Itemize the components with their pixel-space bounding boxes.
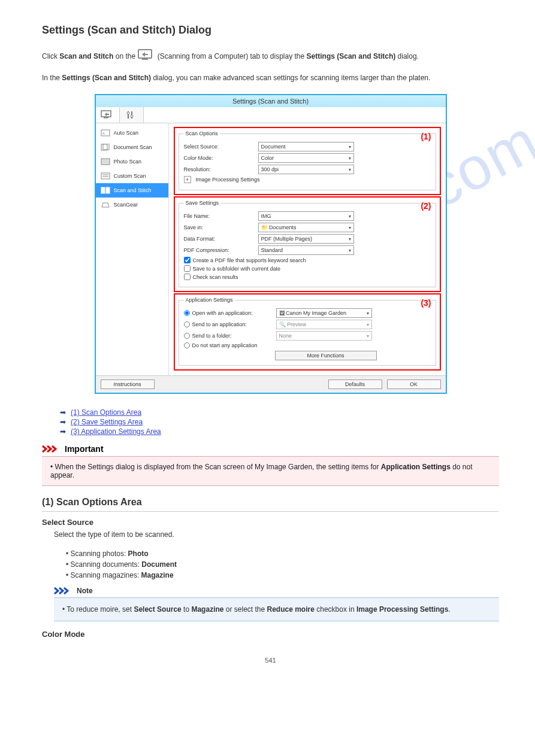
txt: (Scanning from a Computer) tab to displa… xyxy=(158,52,307,60)
note-chevron-icon xyxy=(54,587,74,595)
txt: To reduce moire, set xyxy=(67,605,134,614)
svg-rect-13 xyxy=(101,173,110,179)
svg-rect-16 xyxy=(101,187,105,193)
do-not-start-radio[interactable]: Do not start any application xyxy=(184,342,431,348)
link-text[interactable]: (2) Save Settings Area xyxy=(71,418,143,426)
field-desc: Select the type of item to be scanned. xyxy=(54,529,499,540)
send-to-folder-radio[interactable]: Send to a folder: xyxy=(184,333,274,339)
open-with-app-dropdown[interactable]: 🖼 Canon My Image Garden xyxy=(276,308,372,318)
val: IMG xyxy=(261,213,271,219)
color-mode-dropdown[interactable]: Color xyxy=(258,153,354,163)
expand-image-processing-button[interactable]: + xyxy=(184,176,191,183)
txt: Select Source xyxy=(134,605,181,614)
settings-dialog: Settings (Scan and Stitch) A Auto Scan xyxy=(95,94,447,394)
svg-rect-1 xyxy=(142,59,148,60)
important-chevron-icon xyxy=(42,445,62,453)
stitch-icon xyxy=(101,187,110,194)
txt: Settings (Scan and Stitch) xyxy=(62,74,151,82)
svg-point-7 xyxy=(131,115,133,117)
photo-scan-icon xyxy=(101,158,110,165)
open-with-app-radio[interactable]: Open with an application: xyxy=(184,310,274,316)
defaults-button[interactable]: Defaults xyxy=(328,379,382,389)
link-scan-options-area[interactable]: ➡ (1) Scan Options Area xyxy=(60,408,499,417)
sidebar-item-scangear[interactable]: ScanGear xyxy=(96,198,168,212)
txt: . xyxy=(448,605,450,614)
txt: Magazine xyxy=(191,605,223,614)
save-settings-area: (2) Save Settings File Name: IMG Save in… xyxy=(174,196,441,292)
application-settings-area: (3) Application Settings Open with an ap… xyxy=(174,293,441,371)
page-number: 541 xyxy=(42,657,499,664)
custom-scan-icon xyxy=(101,172,110,180)
document-scan-icon xyxy=(101,144,110,151)
arrow-right-icon: ➡ xyxy=(60,408,66,417)
link-text[interactable]: (1) Scan Options Area xyxy=(71,408,141,417)
send-to-app-radio[interactable]: Send to an application: xyxy=(184,321,274,327)
tab-general-settings[interactable] xyxy=(120,107,144,123)
txt: In the xyxy=(42,74,62,82)
ok-button[interactable]: OK xyxy=(387,379,441,389)
send-to-folder-dropdown[interactable]: None xyxy=(276,331,372,341)
checkbox-input[interactable] xyxy=(184,257,191,263)
txt: Reduce moire xyxy=(267,605,315,614)
sidebar-item-photo-scan[interactable]: Photo Scan xyxy=(96,154,168,169)
tab-scan-from-computer[interactable] xyxy=(96,107,120,123)
radio-input[interactable] xyxy=(184,310,190,316)
link-text[interactable]: (3) Application Settings Area xyxy=(71,427,161,436)
svg-rect-12 xyxy=(101,159,110,165)
intro-paragraph-2: In the Settings (Scan and Stitch) dialog… xyxy=(42,74,499,82)
save-subfolder-checkbox[interactable]: Save to a subfolder with current date xyxy=(184,265,431,272)
checkbox-input[interactable] xyxy=(184,265,191,272)
page-title: Settings (Scan and Stitch) Dialog xyxy=(42,24,211,37)
checkbox-input[interactable] xyxy=(184,274,191,280)
chk-label: Save to a subfolder with current date xyxy=(193,266,281,272)
save-settings-legend: Save Settings xyxy=(184,200,221,206)
monitor-arrow-icon xyxy=(101,110,114,120)
link-application-settings-area[interactable]: ➡ (3) Application Settings Area xyxy=(60,427,499,436)
rad-label: Open with an application: xyxy=(192,310,253,316)
image-processing-label: Image Processing Settings xyxy=(196,177,260,183)
more-functions-button[interactable]: More Functions xyxy=(275,351,377,360)
instructions-button[interactable]: Instructions xyxy=(101,379,155,389)
dialog-title: Settings (Scan and Stitch) xyxy=(96,95,446,107)
save-in-label: Save in: xyxy=(184,224,256,230)
radio-input[interactable] xyxy=(184,342,190,348)
radio-input[interactable] xyxy=(184,333,190,339)
sidebar-item-document-scan[interactable]: Document Scan xyxy=(96,140,168,154)
check-scan-results-checkbox[interactable]: Check scan results xyxy=(184,274,431,280)
create-pdf-keyword-checkbox[interactable]: Create a PDF file that supports keyword … xyxy=(184,257,431,263)
divider xyxy=(42,511,499,512)
arrow-right-icon: ➡ xyxy=(60,418,66,426)
val: 300 dpi xyxy=(261,166,279,172)
val: Canon My Image Garden xyxy=(286,310,346,316)
radio-input[interactable] xyxy=(184,321,190,327)
data-format-dropdown[interactable]: PDF (Multiple Pages) xyxy=(258,234,354,244)
select-source-label: Select Source: xyxy=(184,144,256,150)
save-in-dropdown[interactable]: 📁 Documents xyxy=(258,223,354,232)
svg-text:A: A xyxy=(102,132,105,135)
svg-rect-3 xyxy=(104,117,108,119)
txt: Click xyxy=(42,52,59,60)
sidebar-label: Auto Scan xyxy=(114,130,139,136)
filename-field[interactable]: IMG xyxy=(258,211,354,221)
sidebar-item-scan-and-stitch[interactable]: Scan and Stitch xyxy=(96,183,168,198)
sidebar-item-auto-scan[interactable]: A Auto Scan xyxy=(96,126,168,140)
tab-strip xyxy=(96,107,446,123)
auto-scan-icon: A xyxy=(101,129,110,136)
resolution-dropdown[interactable]: 300 dpi xyxy=(258,165,354,174)
val: Color xyxy=(261,155,274,161)
txt: Settings (Scan and Stitch) xyxy=(307,52,396,60)
pdf-compression-dropdown[interactable]: Standard xyxy=(258,245,354,255)
txt: on the xyxy=(113,52,137,60)
val: None xyxy=(279,333,292,339)
svg-rect-17 xyxy=(106,187,110,193)
sidebar-item-custom-scan[interactable]: Custom Scan xyxy=(96,169,168,183)
link-save-settings-area[interactable]: ➡ (2) Save Settings Area xyxy=(60,418,499,426)
send-to-app-dropdown[interactable]: 🔍 Preview xyxy=(276,320,372,329)
sidebar-label: ScanGear xyxy=(114,202,138,208)
svg-point-6 xyxy=(127,112,129,114)
filename-label: File Name: xyxy=(184,213,256,219)
sidebar-label: Scan and Stitch xyxy=(114,187,152,193)
important-box: • When the Settings dialog is displayed … xyxy=(42,456,499,486)
select-source-dropdown[interactable]: Document xyxy=(258,142,354,151)
scan-options-area: (1) Scan Options Select Source: Document… xyxy=(174,127,441,195)
